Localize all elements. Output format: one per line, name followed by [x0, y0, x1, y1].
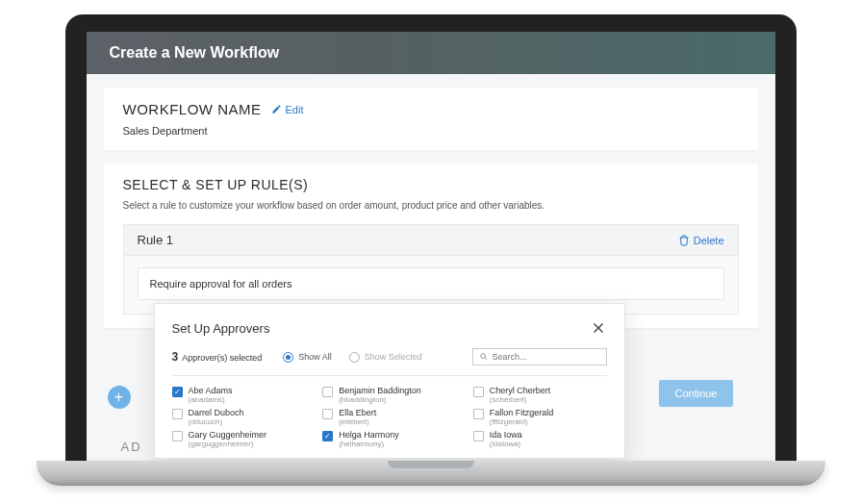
- approver-item[interactable]: Fallon Fitzgerald(ffitzgerald): [473, 408, 607, 426]
- workflow-name-value: Sales Department: [123, 125, 739, 137]
- approver-username: (scherbert): [490, 395, 551, 404]
- search-icon: [479, 352, 489, 362]
- approver-username: (helharmony): [339, 440, 399, 448]
- approver-name: Gary Guggenheimer: [189, 430, 267, 440]
- approver-item[interactable]: Ida Iowa(idaiowa): [473, 430, 607, 448]
- add-rule-button[interactable]: +: [108, 386, 131, 409]
- bottom-section-label: AD: [121, 440, 142, 454]
- checkbox-icon: [473, 409, 484, 419]
- approver-list: Abe Adams(abadams)Benjamin Baddington(bb…: [172, 386, 607, 448]
- approver-name: Darrel Duboch: [189, 408, 244, 417]
- plus-icon: +: [114, 389, 123, 406]
- count-label: Approver(s) selected: [182, 353, 262, 363]
- approver-username: (ffitzgerald): [490, 417, 554, 426]
- radio-circle-icon: [283, 352, 293, 363]
- laptop-notch: [388, 461, 474, 468]
- approver-item[interactable]: Cheryl Cherbert(scherbert): [473, 386, 607, 404]
- approver-item[interactable]: Darrel Duboch(dducoch): [172, 408, 306, 426]
- checkbox-icon: [322, 431, 333, 441]
- approver-name: Helga Harmony: [339, 430, 399, 440]
- radio-show-all-label: Show All: [298, 352, 332, 362]
- workflow-name-label: WORKFLOW NAME: [123, 101, 262, 117]
- approver-username: (idaiowa): [490, 440, 522, 448]
- approver-item[interactable]: Ella Ebert(eliebert): [322, 408, 456, 426]
- rule-body: Require approval for all orders: [138, 267, 724, 300]
- approver-item[interactable]: Benjamin Baddington(bbaddington): [322, 386, 456, 404]
- approver-username: (garguggenheimer): [189, 440, 267, 448]
- checkbox-icon: [172, 431, 183, 441]
- checkbox-icon: [172, 387, 183, 397]
- workflow-name-panel: WORKFLOW NAME Edit Sales Department: [104, 88, 758, 150]
- approver-name: Fallon Fitzgerald: [490, 408, 554, 417]
- rules-title: SELECT & SET UP RULE(S): [123, 177, 739, 192]
- search-input[interactable]: [493, 352, 600, 362]
- checkbox-icon: [473, 431, 484, 441]
- approver-item[interactable]: Helga Harmony(helharmony): [322, 430, 456, 448]
- approver-name: Ida Iowa: [490, 430, 522, 440]
- trash-icon: [678, 235, 690, 246]
- modal-title: Set Up Approvers: [172, 321, 270, 336]
- page-title: Create a New Workflow: [110, 44, 280, 62]
- delete-label: Delete: [694, 235, 724, 246]
- pencil-icon: [271, 104, 282, 114]
- laptop-frame: Create a New Workflow WORKFLOW NAME Edit…: [37, 14, 825, 490]
- app-window: Create a New Workflow WORKFLOW NAME Edit…: [87, 32, 775, 461]
- rule-1: Rule 1 Delete Require approval for all o…: [123, 224, 739, 315]
- selected-count: 3Approver(s) selected: [172, 350, 263, 364]
- rules-desc: Select a rule to customize your workflow…: [123, 200, 739, 211]
- delete-rule-button[interactable]: Delete: [678, 235, 724, 246]
- edit-button[interactable]: Edit: [271, 104, 304, 115]
- approvers-modal: Set Up Approvers 3Approver(s) selected S…: [154, 303, 625, 459]
- radio-show-selected-label: Show Selected: [365, 352, 422, 362]
- header-bar: Create a New Workflow: [87, 32, 775, 74]
- approver-username: (eliebert): [339, 417, 376, 426]
- radio-circle-icon: [349, 352, 360, 363]
- approver-username: (bbaddington): [339, 395, 421, 404]
- approver-username: (dducoch): [189, 417, 244, 426]
- rule-title: Rule 1: [138, 233, 174, 247]
- approver-name: Ella Ebert: [339, 408, 376, 417]
- checkbox-icon: [322, 387, 333, 397]
- approver-name: Benjamin Baddington: [339, 386, 421, 395]
- approver-name: Cheryl Cherbert: [490, 386, 551, 395]
- laptop-screen: Create a New Workflow WORKFLOW NAME Edit…: [65, 14, 797, 461]
- svg-point-0: [480, 354, 485, 359]
- checkbox-icon: [473, 387, 484, 397]
- continue-button[interactable]: Continue: [659, 380, 732, 407]
- approver-username: (abadams): [189, 395, 233, 404]
- edit-label: Edit: [286, 104, 304, 115]
- checkbox-icon: [322, 409, 333, 419]
- approver-item[interactable]: Gary Guggenheimer(garguggenheimer): [172, 430, 306, 448]
- close-icon[interactable]: [590, 319, 607, 337]
- count-number: 3: [172, 350, 179, 364]
- laptop-base: [37, 461, 825, 486]
- approver-name: Abe Adams: [189, 386, 233, 395]
- search-box[interactable]: [472, 348, 607, 365]
- radio-show-all[interactable]: Show All: [283, 352, 332, 363]
- approver-item[interactable]: Abe Adams(abadams): [172, 386, 306, 404]
- checkbox-icon: [172, 409, 183, 419]
- radio-show-selected[interactable]: Show Selected: [349, 352, 422, 363]
